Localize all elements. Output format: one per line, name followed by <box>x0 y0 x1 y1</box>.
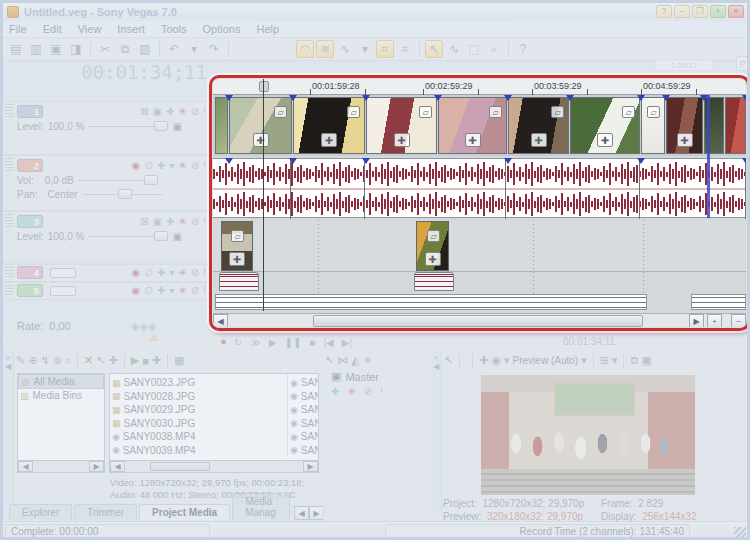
pan-icon[interactable]: ✚ <box>394 133 410 147</box>
input-dropdown-icon[interactable]: ▾ <box>169 285 174 296</box>
track-grip-icon[interactable] <box>5 285 14 296</box>
pause-icon[interactable]: ❚❚ <box>285 337 302 348</box>
scroll-left-icon[interactable]: ◀ <box>18 461 33 472</box>
loop-playback-icon[interactable]: ↻ <box>234 337 242 348</box>
close-button[interactable]: × <box>728 5 744 18</box>
downmix-output-icon[interactable]: ⋈ <box>337 354 348 367</box>
input-icon[interactable]: ✚ <box>157 160 165 171</box>
time-ruler[interactable]: 00:01:59:28 00:02:59:29 00:03:59:29 00:0… <box>213 79 746 95</box>
video-clip[interactable]: ▱ <box>641 97 665 154</box>
selection-tool-icon[interactable]: ⬚ <box>465 40 483 58</box>
pan-icon[interactable]: ✚ <box>321 133 337 147</box>
auto-ripple-icon[interactable]: ≋ <box>316 40 334 58</box>
mixer-select-icon[interactable]: ↖ <box>325 354 334 367</box>
pan-icon[interactable]: ✚ <box>677 133 693 147</box>
dock-handle[interactable]: × ◀ <box>3 351 14 503</box>
pan-icon[interactable]: ✚ <box>425 252 441 266</box>
scroll-right-icon[interactable]: ▶ <box>689 314 704 327</box>
go-to-start-icon[interactable]: |◀ <box>323 337 333 348</box>
quality-dropdown-icon[interactable]: ▾ <box>504 354 510 367</box>
record-icon[interactable]: ⏺ <box>221 336 226 348</box>
audio-event[interactable] <box>215 159 291 219</box>
vol-value[interactable]: 0,0 dB <box>38 175 74 186</box>
tab-media-manager[interactable]: Media Manag <box>232 493 290 520</box>
timeline-marker[interactable] <box>259 81 269 92</box>
track-header-1[interactable]: 1 ⊠ ▣ ✚ ✳ ⊘ ! Level: 100,0 % ▣ <box>3 101 208 155</box>
bypass-motion-blur-icon[interactable]: ⊠ <box>140 106 148 117</box>
pan-slider[interactable] <box>82 194 162 195</box>
menu-help[interactable]: Help <box>256 23 279 35</box>
resize-grip[interactable] <box>734 527 746 539</box>
composite-mode-icon[interactable]: ▣ <box>153 216 162 227</box>
tree-item-media-bins[interactable]: ▨ Media Bins <box>18 389 104 402</box>
play-from-start-icon[interactable]: ≫ <box>250 337 260 348</box>
start-preview-icon[interactable]: ▶ <box>131 354 139 367</box>
undo-icon[interactable]: ↶ <box>165 40 183 58</box>
media-file-row[interactable]: ◉ SAN <box>290 403 318 417</box>
preview-select-icon[interactable]: ↖ <box>444 354 453 367</box>
dock-arrow-icon[interactable]: ◀ <box>431 362 441 371</box>
audio-event[interactable] <box>508 159 640 219</box>
auto-crossfade-icon[interactable]: ◠ <box>296 40 314 58</box>
crop-icon[interactable]: ▱ <box>427 230 440 242</box>
master-fx-icon[interactable]: ✳ <box>347 386 355 397</box>
pan-icon[interactable]: ✚ <box>597 133 613 147</box>
scrub-control[interactable]: ◈◈◈ <box>131 320 156 333</box>
phase-icon[interactable]: ∅ <box>144 285 153 296</box>
crop-icon[interactable]: ▱ <box>647 106 660 118</box>
properties-icon[interactable]: ◨ <box>67 40 85 58</box>
record-arm-icon[interactable]: ◉ <box>132 285 141 296</box>
tab-scroll-left-icon[interactable]: ◀ <box>294 506 309 520</box>
track-grip-icon[interactable] <box>5 214 14 228</box>
open-icon[interactable]: ▥ <box>27 40 45 58</box>
save-icon[interactable]: ▣ <box>47 40 65 58</box>
cut-icon[interactable]: ✂ <box>96 40 114 58</box>
media-file-row[interactable]: ◉ SAN <box>290 390 318 404</box>
parent-composite-icon[interactable]: ✚ <box>166 216 174 227</box>
audio-track-thin[interactable] <box>691 294 746 310</box>
scrollbar-thumb[interactable] <box>150 462 210 471</box>
scrollbar-thumb[interactable] <box>313 315 643 327</box>
stop-preview-icon[interactable]: ■ <box>142 355 149 367</box>
select-icon[interactable]: ↖ <box>96 354 105 367</box>
track-grip-icon[interactable] <box>5 158 14 172</box>
track-grip-icon[interactable] <box>5 267 14 278</box>
input-icon[interactable]: ✚ <box>157 267 165 278</box>
track-number-badge[interactable]: 4 <box>17 266 43 279</box>
solo-icon[interactable]: ! <box>203 285 206 296</box>
overlays-dropdown-icon[interactable]: ▾ <box>612 354 618 367</box>
mute-icon[interactable]: ⊘ <box>191 106 199 117</box>
media-file-row[interactable]: ◉ SAN <box>290 417 318 431</box>
video-clip[interactable]: ✚ <box>666 97 703 154</box>
normal-edit-tool-icon[interactable]: ↖ <box>425 40 443 58</box>
preview-quality-icon[interactable]: ◉ <box>491 354 501 367</box>
level-value[interactable]: 100,0 % <box>48 121 85 132</box>
help-window-button[interactable]: ? <box>656 5 672 18</box>
go-to-end-icon[interactable]: ▶| <box>342 337 352 348</box>
menu-file[interactable]: File <box>9 23 27 35</box>
level-value[interactable]: 100,0 % <box>48 231 85 242</box>
play-icon[interactable]: ▶ <box>269 337 277 348</box>
mute-icon[interactable]: ⊘ <box>191 267 199 278</box>
audio-event-small[interactable] <box>219 272 259 291</box>
track-fx-icon[interactable]: ✳ <box>178 106 186 117</box>
crop-icon[interactable]: ▱ <box>347 106 360 118</box>
track-number-badge[interactable]: 2 <box>17 159 43 172</box>
video-clip-portrait[interactable]: ▱ ✚ <box>416 221 449 271</box>
media-bins-tree[interactable]: ▨ All Media ▨ Media Bins ◀ ▶ <box>17 373 105 473</box>
record-arm-icon[interactable]: ◉ <box>132 160 141 171</box>
playhead-cursor[interactable] <box>263 79 264 311</box>
get-media-web-icon[interactable]: ⊚ <box>53 354 62 367</box>
new-project-icon[interactable]: ▤ <box>7 40 25 58</box>
media-file-row[interactable]: ◉ SANY0038.MP4 <box>112 430 287 444</box>
copy-icon[interactable]: ⧉ <box>116 40 134 58</box>
track-fx-icon[interactable]: ✳ <box>178 285 186 296</box>
copy-snapshot-icon[interactable]: ⧉ <box>630 354 638 367</box>
mute-icon[interactable]: ⊘ <box>191 160 199 171</box>
capture-video-icon[interactable]: ⊕ <box>28 354 37 367</box>
solo-icon[interactable]: ! <box>203 160 206 171</box>
pan-value[interactable]: Center <box>42 189 78 200</box>
media-file-row[interactable]: ▦ SANY0023.JPG <box>112 376 287 390</box>
track-header-3[interactable]: 3 ⊠ ▣ ✚ ✳ ⊘ ! Level: 100,0 % ▣ <box>3 211 208 263</box>
video-overlay-track-3[interactable]: ▱ ✚ ▱ ✚ <box>213 220 746 272</box>
